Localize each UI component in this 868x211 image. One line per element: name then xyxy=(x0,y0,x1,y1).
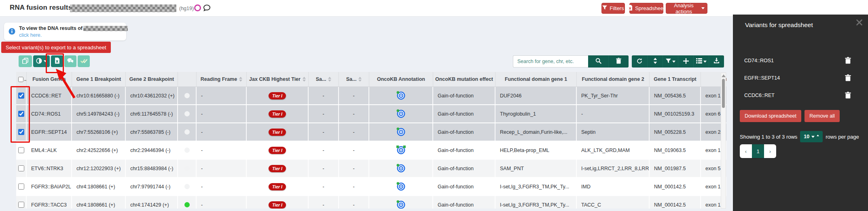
cell-tx: NM_001025159.3 xyxy=(650,105,701,122)
cell-tier: Tier I xyxy=(247,141,309,159)
oncokb-icon[interactable] xyxy=(396,146,406,155)
table-row[interactable]: FGFR3::BAIAP2L1chr4:1808661 (+)chr7:9799… xyxy=(16,178,726,196)
trash-icon[interactable] xyxy=(845,57,851,64)
row-checkbox[interactable] xyxy=(18,147,24,153)
column-header-tier[interactable]: Jax CKB Highest Tier xyxy=(247,72,309,87)
cell-g1bp: chr4:1808661 (+) xyxy=(72,178,126,195)
export-tooltip: Select variant(s) to export to a spreads… xyxy=(1,42,111,53)
download-spreadsheet-button[interactable]: Download spreadsheet xyxy=(740,110,801,122)
cell-dot xyxy=(178,123,197,141)
add-button[interactable] xyxy=(678,55,693,68)
row-checkbox[interactable] xyxy=(18,111,24,117)
export-spreadsheet-button[interactable] xyxy=(51,55,63,67)
vertical-scrollbar[interactable] xyxy=(721,73,726,209)
search-input[interactable] xyxy=(513,55,588,68)
pagination: ‹ 1 › xyxy=(740,144,776,158)
cell-check xyxy=(16,141,27,159)
trash-icon[interactable] xyxy=(845,74,851,81)
pagination-prev-button[interactable]: ‹ xyxy=(740,144,752,158)
cell-effect: Gain-of-function xyxy=(433,87,495,104)
fusion-results-table: ..Fusion GenesGene 1 BreakpointGene 2 Br… xyxy=(16,72,726,209)
spreadsheet-button[interactable]: Spreadsheet xyxy=(629,3,663,14)
tier-badge[interactable]: Tier I xyxy=(269,147,286,154)
column-header-effect: OncoKB mutation effect xyxy=(433,72,495,87)
cell-oncokb xyxy=(369,123,433,141)
cell-frame: - xyxy=(197,105,247,122)
female-ring-icon[interactable] xyxy=(194,4,201,13)
table-row[interactable]: EGFR::SEPT14chr7:55268106 (+)chr7:558637… xyxy=(16,123,726,141)
reading-frame-dot xyxy=(184,111,190,116)
cell-fusion: CD74::ROS1 xyxy=(27,105,72,122)
column-header-check[interactable]: .. xyxy=(16,72,27,87)
page-size-dropdown[interactable]: 10 xyxy=(800,131,823,142)
row-checkbox[interactable] xyxy=(18,184,24,190)
oncokb-icon[interactable] xyxy=(396,109,406,118)
cell-oncokb xyxy=(369,141,433,159)
row-checkbox[interactable] xyxy=(18,93,24,99)
contrast-button[interactable] xyxy=(33,55,50,67)
tier-badge[interactable]: Tier I xyxy=(269,129,286,136)
refresh-button[interactable] xyxy=(632,55,647,68)
select-all-checkbox[interactable] xyxy=(18,76,23,82)
oncokb-icon[interactable] xyxy=(396,164,406,173)
analysis-actions-button[interactable]: Analysis actions xyxy=(666,3,707,14)
cell-oncokb xyxy=(369,178,433,195)
close-icon[interactable] xyxy=(856,19,862,27)
cell-fd2: TACC_C xyxy=(577,196,650,209)
tier-badge[interactable]: Tier I xyxy=(269,183,286,190)
cell-effect: Gain-of-function xyxy=(433,160,495,177)
cell-g2bp: chr4:1741429 (+) xyxy=(126,196,178,209)
toggle-sort-button[interactable] xyxy=(647,55,663,68)
table-row[interactable]: CCDC6::RETchr10:61665880 (-)chr10:436120… xyxy=(16,87,726,105)
oncokb-icon[interactable] xyxy=(396,127,406,137)
column-header-sa1[interactable]: Sa... xyxy=(309,72,339,87)
copy-icon xyxy=(22,58,28,65)
table-row[interactable]: EML4::ALKchr2:42522656 (+)chr2:29446394 … xyxy=(16,141,726,160)
cell-sa2: - xyxy=(339,87,369,104)
clear-search-button[interactable] xyxy=(608,55,629,68)
tier-badge[interactable]: Tier I xyxy=(269,201,286,209)
download-table-button[interactable] xyxy=(709,55,724,68)
remove-all-button[interactable]: Remove all xyxy=(804,110,840,122)
pagination-page-1[interactable]: 1 xyxy=(752,144,764,158)
validate-button[interactable] xyxy=(78,55,90,67)
plus-icon xyxy=(683,58,689,65)
click-here-link[interactable]: click here. xyxy=(19,32,42,38)
pagination-next-button[interactable]: › xyxy=(764,144,776,158)
reading-frame-dot xyxy=(184,129,190,135)
oncokb-icon[interactable] xyxy=(396,200,406,209)
variant-name: CD74::ROS1 xyxy=(744,58,774,63)
row-checkbox[interactable] xyxy=(18,202,24,208)
cell-sa2: - xyxy=(339,123,369,141)
filters-button[interactable]: Filters xyxy=(601,3,625,14)
comment-icon[interactable] xyxy=(203,4,211,13)
columns-button[interactable] xyxy=(693,55,709,68)
trash-icon[interactable] xyxy=(845,92,851,99)
cell-sa1: - xyxy=(309,160,339,177)
scrollbar-thumb[interactable] xyxy=(722,79,725,108)
comments-button[interactable] xyxy=(64,55,76,67)
table-body: CCDC6::RETchr10:61665880 (-)chr10:436120… xyxy=(16,87,726,209)
table-row[interactable]: CD74::ROS1chr5:149784243 (-)chr6:1176455… xyxy=(16,105,726,123)
tier-badge[interactable]: Tier I xyxy=(269,165,286,172)
column-filter-button[interactable] xyxy=(663,55,678,68)
column-header-sa2[interactable]: Sa... xyxy=(339,72,369,87)
cell-sa2: - xyxy=(339,105,369,122)
table-row[interactable]: FGFR3::TACC3chr4:1808661 (+)chr4:1741429… xyxy=(16,196,726,209)
redacted-dna-sample-name xyxy=(83,26,128,31)
column-header-frame[interactable]: Reading Frame xyxy=(197,72,247,87)
oncokb-icon[interactable] xyxy=(396,91,406,100)
search-button[interactable] xyxy=(588,55,608,68)
cell-frame: - xyxy=(197,87,247,104)
copy-button[interactable] xyxy=(19,55,32,67)
oncokb-icon[interactable] xyxy=(396,182,406,191)
cell-sa2: - xyxy=(339,196,369,209)
scroll-up-arrow-icon[interactable] xyxy=(722,74,726,77)
cell-oncokb xyxy=(369,196,433,209)
tier-badge[interactable]: Tier I xyxy=(269,92,286,99)
tier-badge[interactable]: Tier I xyxy=(269,110,286,118)
row-checkbox[interactable] xyxy=(18,129,24,135)
table-row[interactable]: ETV6::NTRK3chr12:12022903 (+)chr15:88483… xyxy=(16,160,726,178)
row-checkbox[interactable] xyxy=(18,165,24,171)
info-icon xyxy=(8,28,15,36)
